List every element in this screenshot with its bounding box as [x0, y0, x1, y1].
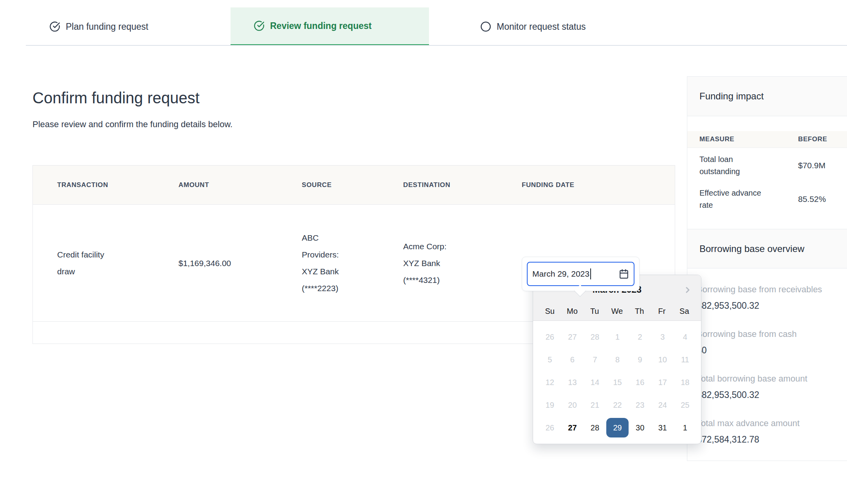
calendar-day: 7: [584, 350, 606, 369]
impact-col-before: BEFORE: [798, 135, 847, 143]
calendar-day: 21: [584, 395, 606, 415]
borrowing-base-header: Borrowing base overview: [687, 229, 847, 268]
borrowing-item: Total borrowing base amount $82,953,500.…: [697, 374, 807, 400]
table-header-row: TRANSACTION AMOUNT SOURCE DESTINATION FU…: [33, 166, 675, 205]
impact-measure: Effective advance rate: [699, 187, 764, 211]
borrowing-item-label: Total max advance amount: [697, 418, 800, 428]
borrowing-item-label: Borrowing base from receivables: [697, 284, 822, 295]
calendar-day: 9: [629, 350, 651, 369]
calendar-day: 20: [561, 395, 584, 415]
calendar-day: 12: [539, 373, 561, 392]
source-cell: ABC Providers: XYZ Bank (****2223): [302, 229, 351, 297]
check-circle-icon: [254, 20, 265, 31]
col-header-amount: AMOUNT: [154, 181, 278, 189]
calendar-icon[interactable]: [619, 269, 629, 279]
funding-date-input[interactable]: March 29, 2023: [527, 262, 634, 286]
day-name: Th: [628, 307, 651, 316]
calendar-day: 17: [651, 373, 674, 392]
chevron-right-icon[interactable]: [683, 285, 692, 295]
tab-review-funding-request[interactable]: Review funding request: [231, 7, 429, 46]
tabbar-divider: [26, 45, 847, 46]
calendar-day: 1: [606, 327, 629, 347]
borrowing-item-label: Total borrowing base amount: [697, 374, 807, 384]
tab-monitor-request-status[interactable]: Monitor request status: [429, 7, 648, 46]
borrowing-item: Borrowing base from cash $0: [697, 329, 797, 356]
calendar-grid: 26 27 28 1 2 3 4 5 6 7 8 9 10 11 12 13 1…: [533, 321, 701, 444]
day-name: Fr: [651, 307, 673, 316]
amount-cell: $1,169,346.00: [154, 255, 278, 272]
borrowing-item-value: $82,953,500.32: [697, 390, 807, 400]
date-picker-popup: March 2023 Su Mo Tu We Th Fr Sa 26 27 28…: [533, 275, 701, 444]
col-header-funding-date: FUNDING DATE: [497, 181, 675, 189]
calendar-day: 14: [584, 373, 606, 392]
calendar-day: 8: [606, 350, 629, 369]
calendar-day: 24: [651, 395, 674, 415]
calendar-day[interactable]: 31: [651, 418, 674, 437]
impact-table-header: MEASURE BEFORE: [687, 131, 847, 148]
day-name: We: [606, 307, 628, 316]
calendar-day: 19: [539, 395, 561, 415]
calendar-day[interactable]: 30: [629, 418, 651, 437]
page-title: Confirm funding request: [32, 88, 200, 108]
calendar-day: 18: [674, 373, 697, 392]
calendar-day[interactable]: 1: [674, 418, 697, 437]
day-name: Tu: [584, 307, 606, 316]
calendar-day: 26: [539, 327, 561, 347]
impact-row: Effective advance rate 85.52%: [687, 187, 847, 211]
impact-before-value: $70.9M: [798, 161, 847, 170]
calendar-day: 10: [651, 350, 674, 369]
day-name: Sa: [673, 307, 696, 316]
borrowing-item-value: $0: [697, 345, 797, 356]
funding-date-field-container: March 29, 2023: [522, 257, 640, 291]
col-header-transaction: TRANSACTION: [33, 181, 154, 189]
calendar-day: 5: [539, 350, 561, 369]
tab-plan-funding-request[interactable]: Plan funding request: [26, 7, 231, 46]
borrowing-item-label: Borrowing base from cash: [697, 329, 797, 339]
calendar-day: 15: [606, 373, 629, 392]
funding-date-value: March 29, 2023: [532, 269, 589, 279]
borrowing-base-title: Borrowing base overview: [699, 243, 804, 254]
funding-impact-title: Funding impact: [699, 91, 764, 102]
borrowing-item-value: $72,584,312.78: [697, 434, 800, 445]
calendar-day[interactable]: 28: [584, 418, 606, 437]
step-tabbar: Plan funding request Review funding requ…: [0, 0, 847, 46]
impact-measure: Total loan outstanding: [699, 153, 764, 178]
calendar-day: 4: [674, 327, 697, 347]
calendar-day: 6: [561, 350, 584, 369]
calendar-day-selected[interactable]: 29: [606, 418, 629, 437]
calendar-day: 3: [651, 327, 674, 347]
page-subtitle: Please review and confirm the funding de…: [32, 119, 232, 130]
borrowing-item: Borrowing base from receivables $82,953,…: [697, 284, 822, 311]
tab-label: Plan funding request: [66, 22, 148, 32]
calendar-day: 28: [584, 327, 606, 347]
tab-label: Review funding request: [270, 21, 371, 31]
tab-label: Monitor request status: [497, 22, 586, 32]
funding-impact-panel: Funding impact MEASURE BEFORE Total loan…: [687, 76, 847, 461]
circle-icon: [480, 21, 491, 32]
impact-row: Total loan outstanding $70.9M: [687, 153, 847, 178]
col-header-source: SOURCE: [278, 181, 379, 189]
calendar-day: 22: [606, 395, 629, 415]
check-circle-icon: [49, 21, 60, 32]
calendar-day: 26: [539, 418, 561, 437]
calendar-day: 25: [674, 395, 697, 415]
borrowing-item: Total max advance amount $72,584,312.78: [697, 418, 800, 445]
calendar-day: 11: [674, 350, 697, 369]
borrowing-item-value: $82,953,500.32: [697, 301, 822, 311]
col-header-destination: DESTINATION: [379, 181, 497, 189]
calendar-day: 16: [629, 373, 651, 392]
text-caret: [590, 268, 591, 279]
impact-col-measure: MEASURE: [699, 135, 798, 143]
calendar-day: 27: [561, 327, 584, 347]
destination-cell: Acme Corp: XYZ Bank (****4321): [403, 238, 454, 288]
calendar-day: 2: [629, 327, 651, 347]
calendar-day-today[interactable]: 27: [561, 418, 584, 437]
calendar-day: 13: [561, 373, 584, 392]
transaction-cell: Credit facility draw: [57, 246, 114, 280]
day-name: Mo: [561, 307, 583, 316]
calendar-day-names: Su Mo Tu We Th Fr Sa: [539, 307, 696, 316]
impact-before-value: 85.52%: [798, 194, 847, 204]
funding-impact-header: Funding impact: [687, 77, 847, 116]
calendar-day: 23: [629, 395, 651, 415]
day-name: Su: [539, 307, 561, 316]
